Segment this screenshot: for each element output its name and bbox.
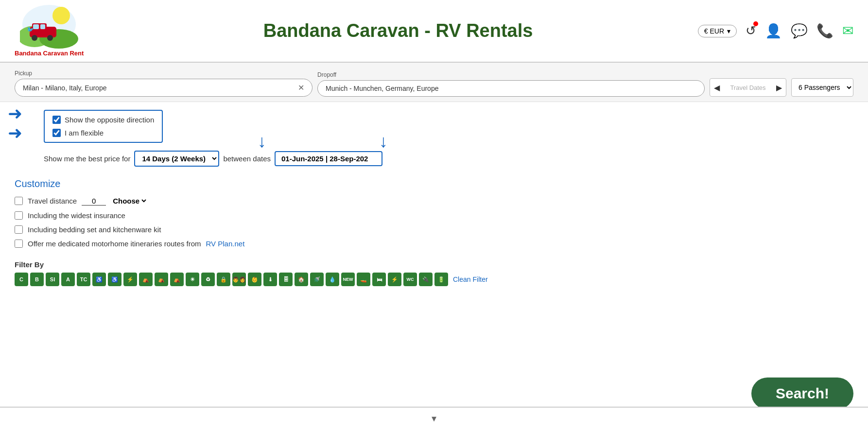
travel-dates-field[interactable]: ◀ Travel Dates ▶	[710, 78, 786, 97]
down-arrow-2: ↓	[379, 131, 388, 152]
filter-btn-shower[interactable]: 🚿	[310, 273, 324, 286]
site-title: Bandana Caravan - RV Rentals	[98, 20, 697, 41]
itineraries-checkbox[interactable]	[15, 240, 23, 248]
insurance-label: Including the widest insurance	[28, 211, 125, 220]
svg-point-1	[52, 7, 70, 24]
dates-next-btn[interactable]: ▶	[776, 83, 782, 92]
filter-btn-wc[interactable]: WC	[403, 273, 417, 286]
dropoff-input[interactable]: Munich - Munchen, Germany, Europe	[317, 80, 705, 97]
svg-point-7	[47, 35, 53, 41]
dropoff-field-group: Dropoff Munich - Munchen, Germany, Europ…	[317, 71, 705, 97]
bedding-checkbox[interactable]	[15, 225, 23, 234]
filter-btn-new[interactable]: NEW	[341, 273, 355, 286]
options-area: ➜ ➜ ↓ ↓ Show the opposite direction I am…	[0, 102, 868, 167]
itineraries-prefix: Offer me dedicated motorhome itineraries…	[28, 240, 201, 248]
dropoff-label: Dropoff	[317, 71, 705, 78]
insurance-checkbox[interactable]	[15, 211, 23, 220]
passengers-select[interactable]: 6 Passengers 1 Passenger 2 Passengers 3 …	[791, 78, 853, 97]
filter-btn-wheelchair[interactable]: ♿	[92, 273, 106, 286]
itineraries-row: Offer me dedicated motorhome itineraries…	[15, 240, 853, 248]
clean-filter-link[interactable]: Clean Filter	[453, 275, 488, 283]
left-arrow-1: ➜	[8, 105, 22, 122]
logo-subtitle: Bandana Caravan Rent	[15, 50, 84, 57]
pickup-label: Pickup	[15, 70, 312, 77]
bedding-row: Including bedding set and kitchenware ki…	[15, 225, 853, 234]
notification-dot	[753, 21, 758, 26]
user-icon[interactable]: 👤	[765, 23, 782, 39]
show-opposite-checkbox[interactable]	[52, 116, 61, 124]
show-opposite-label: Show the opposite direction	[65, 116, 154, 124]
currency-selector[interactable]: € EUR ▾	[698, 25, 737, 37]
filter-btn-si[interactable]: SI	[46, 273, 59, 286]
travel-distance-label: Travel distance	[28, 197, 77, 205]
filter-btn-water[interactable]: 💧	[326, 273, 339, 286]
filter-btn-bolt[interactable]: ⚡	[123, 273, 137, 286]
header-right: € EUR ▾ ↺ 👤 💬 📞 ✉	[698, 23, 853, 39]
pickup-field-group: Pickup Milan - Milano, Italy, Europe ✕	[15, 70, 312, 97]
filter-section: Filter By C B SI A TC ♿ ♿ ⚡ ⛺ ⛺ ⛺ ☀ ♻ 🔒 …	[0, 260, 868, 293]
dates-prev-btn[interactable]: ◀	[714, 83, 720, 92]
svg-point-6	[32, 35, 37, 41]
phone-icon[interactable]: 📞	[816, 23, 833, 39]
filter-btn-boat[interactable]: 🚤	[357, 273, 370, 286]
filter-btn-home[interactable]: 🏠	[295, 273, 308, 286]
distance-input[interactable]	[82, 197, 106, 206]
currency-value: € EUR	[704, 27, 724, 35]
filter-btn-c[interactable]: C	[15, 273, 28, 286]
rv-plan-link[interactable]: RV Plan.net	[206, 240, 245, 248]
travel-dates-placeholder: Travel Dates	[724, 84, 772, 91]
filter-btn-a[interactable]: A	[61, 273, 75, 286]
filter-btn-elec[interactable]: ⚡	[388, 273, 401, 286]
down-arrow-1: ↓	[258, 131, 266, 152]
flexible-checkbox[interactable]	[52, 129, 61, 137]
dropoff-value: Munich - Munchen, Germany, Europe	[326, 85, 438, 92]
pickup-clear-btn[interactable]: ✕	[298, 83, 304, 92]
whatsapp-icon[interactable]: 💬	[791, 23, 808, 39]
header: 🐦 Bandana Caravan Rent Bandana Caravan -…	[0, 0, 868, 63]
between-dates-label: between dates	[223, 154, 271, 163]
logo-image: 🐦	[20, 5, 78, 49]
filter-btn-temp[interactable]: 🌡	[263, 273, 277, 286]
filter-btn-b[interactable]: B	[30, 273, 44, 286]
checkboxes-box: Show the opposite direction I am flexibl…	[44, 110, 163, 143]
filter-btn-tc[interactable]: TC	[77, 273, 90, 286]
best-price-row: Show me the best price for 14 Days (2 We…	[15, 151, 853, 167]
filter-btn-plug[interactable]: 🔌	[419, 273, 433, 286]
filter-btn-recycle[interactable]: ♻	[201, 273, 215, 286]
travel-dates-group: ◀ Travel Dates ▶	[710, 69, 786, 97]
search-row: Pickup Milan - Milano, Italy, Europe ✕ D…	[15, 69, 853, 97]
left-arrow-2: ➜	[8, 124, 22, 142]
filter-btn-access[interactable]: ♿	[108, 273, 122, 286]
filter-btn-battery[interactable]: 🔋	[434, 273, 448, 286]
mail-icon[interactable]: ✉	[842, 23, 853, 39]
travel-distance-checkbox[interactable]	[15, 197, 23, 205]
choose-select[interactable]: Choose km miles	[111, 196, 148, 206]
logo-area: 🐦 Bandana Caravan Rent	[15, 5, 84, 57]
filter-btn-family[interactable]: 👨‍👩	[232, 273, 246, 286]
filter-btn-camp1[interactable]: ⛺	[139, 273, 153, 286]
checkboxes-area: Show the opposite direction I am flexibl…	[15, 110, 853, 148]
customize-section: Customize Travel distance Choose km mile…	[0, 172, 868, 260]
filter-title: Filter By	[15, 260, 853, 269]
filter-btn-bed[interactable]: 🛏	[372, 273, 386, 286]
history-btn[interactable]: ↺	[746, 23, 756, 38]
filter-btn-camp2[interactable]: ⛺	[155, 273, 168, 286]
filter-btn-camp3[interactable]: ⛺	[170, 273, 184, 286]
travel-distance-row: Travel distance Choose km miles	[15, 196, 853, 206]
svg-rect-9	[40, 24, 45, 29]
svg-text:🐦: 🐦	[27, 26, 34, 33]
filter-btn-lock[interactable]: 🔒	[217, 273, 230, 286]
show-opposite-row: Show the opposite direction	[52, 116, 154, 124]
passengers-group: 6 Passengers 1 Passenger 2 Passengers 3 …	[791, 69, 853, 97]
insurance-row: Including the widest insurance	[15, 211, 853, 220]
filter-btn-baby[interactable]: 👶	[248, 273, 261, 286]
filter-btn-fridge[interactable]: 🗄	[279, 273, 293, 286]
duration-select[interactable]: 14 Days (2 Weeks) 1 Day 7 Days (1 Week) …	[134, 151, 219, 167]
filter-btn-sun[interactable]: ☀	[186, 273, 199, 286]
best-price-prefix: Show me the best price for	[44, 154, 130, 163]
search-bar: Pickup Milan - Milano, Italy, Europe ✕ D…	[0, 63, 868, 102]
pickup-input[interactable]: Milan - Milano, Italy, Europe ✕	[15, 79, 312, 97]
dates-range-input[interactable]	[275, 151, 382, 166]
bedding-label: Including bedding set and kitchenware ki…	[28, 225, 161, 234]
filter-icons-row: C B SI A TC ♿ ♿ ⚡ ⛺ ⛺ ⛺ ☀ ♻ 🔒 👨‍👩 👶 🌡 🗄 …	[15, 273, 853, 286]
